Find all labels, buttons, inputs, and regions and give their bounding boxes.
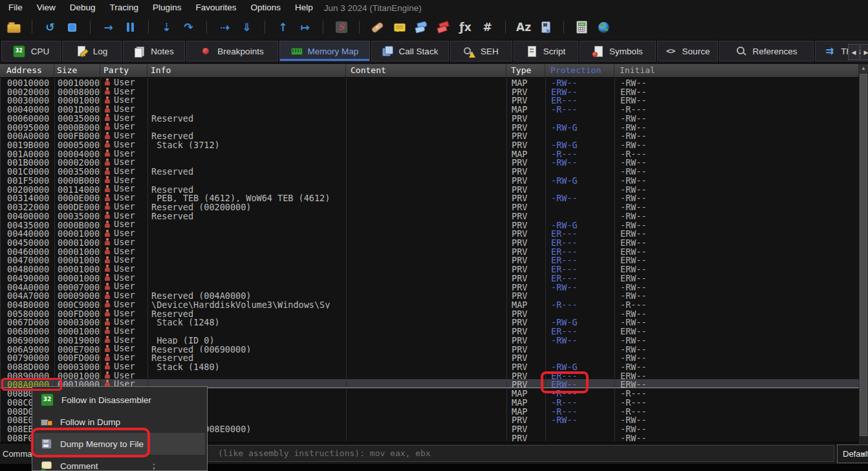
toolbar-button-attach[interactable] (538, 20, 553, 35)
toolbar-button-open-file[interactable] (6, 20, 21, 35)
tab-log[interactable]: Log (62, 41, 122, 61)
party-label: User (114, 237, 135, 246)
toolbar-button-strings[interactable]: Az (516, 20, 531, 35)
toolbar-button-pause[interactable] (123, 20, 138, 35)
tab-source[interactable]: <>Source (657, 41, 718, 61)
memory-map-row[interactable]: 0049000000001000UserPRVER---ERW-- (1, 273, 860, 282)
menubar-item-favourites[interactable]: Favourites (188, 0, 243, 16)
menu-item-comment[interactable]: Comment; (34, 455, 205, 471)
tab-memory-map[interactable]: Memory Map (279, 41, 370, 61)
column-header-content[interactable]: Content (346, 64, 506, 77)
memory-map-row[interactable]: 0040000000035000UserReservedPRV-RW-- (1, 211, 860, 220)
memory-map-row[interactable]: 004A700000009000UserReserved (004A0000)P… (1, 290, 860, 300)
memory-map-row[interactable]: 0019B00000005000User Stack (3712)PRV-RW-… (1, 140, 860, 149)
menubar-item-plugins[interactable]: Plugins (146, 0, 188, 16)
tab-notes[interactable]: Notes (123, 41, 185, 61)
toolbar-button-step-out[interactable]: ↑ (276, 20, 290, 35)
memory-map-row[interactable]: 004A000000007000UserPRV-RW---RW-- (1, 282, 860, 291)
toolbar-separator (563, 21, 564, 34)
memory-map-row[interactable]: 0048000000001000UserPRVER---ERW-- (1, 264, 860, 273)
memory-map-row[interactable]: 00580000000FD000UserReservedPRV-RW-- (1, 309, 860, 318)
vertical-scrollbar[interactable]: ▲ (859, 64, 868, 444)
memory-map-row[interactable]: 001F50000000B000UserPRV-RW-G-RW-- (1, 175, 860, 184)
memory-map-row[interactable]: 001B000000002000UserPRV-RW---RW-- (1, 157, 860, 166)
memory-map-row[interactable]: 003140000000E000User PEB, TEB (4612), Wo… (1, 193, 860, 202)
toolbar-button-step-into[interactable]: ⇣ (159, 20, 174, 35)
toolbar-button-functions[interactable]: ƒx (458, 20, 473, 35)
column-header-info[interactable]: Info (147, 64, 346, 77)
tab-call-stack[interactable]: Call Stack (371, 41, 449, 61)
column-header-initial[interactable]: Initial (614, 64, 859, 77)
menu-item-follow-in-disassembler[interactable]: 32Follow in Disassembler (34, 389, 205, 411)
memory-map-row[interactable]: 0068000000001000UserPRVER---ERW-- (1, 326, 860, 335)
toolbar-button-animate-into[interactable]: ⇢ (217, 20, 232, 35)
toolbar-button-comment[interactable] (392, 20, 407, 35)
memory-map-row[interactable]: 000A0000000FB000UserReservedPRV-RW-- (1, 131, 860, 140)
menubar-item-options[interactable]: Options (243, 0, 288, 16)
tab-breakpoints[interactable]: Breakpoints (186, 41, 278, 61)
toolbar-button-step-over[interactable]: ↷ (181, 20, 196, 35)
column-header-size[interactable]: Size (54, 64, 100, 77)
memory-map-row[interactable]: 0089000000001000UserPRVER---ERW-- (1, 371, 860, 380)
column-header-protection[interactable]: Protection (545, 64, 614, 77)
toolbar-button-bookmarks[interactable] (436, 20, 451, 35)
toolbar-button-execute-till-return[interactable]: ↦ (298, 20, 312, 35)
tab-seh[interactable]: SEH (450, 41, 512, 61)
menubar-item-help[interactable]: Help (288, 0, 320, 16)
toolbar-button-skip-exceptions[interactable]: S (334, 20, 349, 35)
memory-map-row[interactable]: 0002000000008000UserPRVERW--ERW-- (1, 87, 860, 96)
memory-map-row[interactable]: 0088D00000003000User Stack (1480)PRV-RW-… (1, 362, 860, 371)
toolbar-button-calculator[interactable] (574, 20, 589, 35)
memory-map-row[interactable]: 0069000000019000User Heap (ID 0)PRV-RW--… (1, 335, 860, 344)
column-header-type[interactable]: Type (506, 64, 545, 77)
toolbar-button-patches[interactable] (370, 20, 385, 35)
scrollbar-up-button[interactable]: ▲ (859, 64, 868, 73)
calculator-icon (576, 21, 587, 34)
memory-map-row[interactable]: 0046000000001000UserPRVER---ERW-- (1, 246, 860, 256)
memory-map-row[interactable]: 0020000000114000UserReservedPRV-RW-- (1, 184, 860, 193)
memory-map-row[interactable]: 0067D00000003000User Stack (1248)PRV-RW-… (1, 317, 860, 326)
open-file-icon (7, 24, 21, 33)
memory-map-row[interactable]: 004350000000B000UserPRV-RW-G-RW-- (1, 220, 860, 229)
address-cell: 0067D000 (1, 317, 55, 326)
memory-map-row[interactable]: 001A000000004000UserMAP-R----R--- (1, 149, 860, 158)
toolbar-button-hash[interactable]: # (480, 20, 495, 35)
menubar-item-debug[interactable]: Debug (63, 0, 103, 16)
menu-item-dump-memory-to-file[interactable]: Dump Memory to File (34, 433, 205, 455)
tab-cpu[interactable]: 32CPU (1, 41, 61, 61)
memory-map-row[interactable]: 00322000000DE000UserReserved (00200000)P… (1, 202, 860, 211)
user-person-icon (104, 300, 111, 307)
memory-map-row[interactable]: 0047000000001000UserPRVER---ERW-- (1, 255, 860, 264)
toolbar-button-stop[interactable] (65, 20, 80, 35)
memory-map-row[interactable]: 006A9000000E7000UserReserved (00690000)P… (1, 344, 860, 353)
menu-item-follow-in-dump[interactable]: Follow in Dump (34, 411, 205, 433)
tab-script[interactable]: Script (514, 41, 578, 61)
menubar-item-file[interactable]: File (1, 0, 30, 16)
protection-cell: -R--- (546, 104, 615, 113)
toolbar-button-labels[interactable] (414, 20, 429, 35)
memory-map-row[interactable]: 00790000000FD000UserReservedPRV-RW-- (1, 353, 860, 362)
menubar-item-view[interactable]: View (30, 0, 63, 16)
tab-scroll-right-button[interactable]: ▶ (860, 44, 868, 60)
column-header-address[interactable]: Address (0, 64, 54, 77)
memory-map-row[interactable]: 0006000000035000UserReservedPRV-RW-- (1, 113, 860, 122)
memory-map-row[interactable]: 0044000000001000UserPRVER---ERW-- (1, 228, 860, 237)
toolbar-button-settings-globe[interactable] (596, 20, 611, 35)
memory-map-row[interactable]: 004B0000000C9000User\Device\HarddiskVolu… (1, 300, 860, 309)
scrollbar-thumb[interactable] (860, 74, 867, 436)
tab-references[interactable]: References (719, 41, 814, 61)
memory-map-row[interactable]: 0003000000001000UserPRVER---ERW-- (1, 95, 860, 104)
menubar-item-tracing[interactable]: Tracing (103, 0, 146, 16)
memory-map-row[interactable]: 0001000000010000UserMAP-RW---RW-- (1, 78, 860, 87)
memory-map-row[interactable]: 000400000001D000UserMAP-R----R--- (1, 104, 860, 113)
memory-map-row[interactable]: 000950000000B000UserPRV-RW-G-RW-- (1, 122, 860, 131)
toolbar-button-trace-over[interactable]: ⇓ (239, 20, 254, 35)
column-header-party[interactable]: Party (100, 64, 147, 77)
tab-scroll-left-button[interactable]: ◀ (848, 44, 860, 60)
memory-map-row[interactable]: 0045000000001000UserPRVER---ERW-- (1, 237, 860, 246)
toolbar-button-run[interactable]: → (101, 20, 116, 35)
profile-dropdown[interactable]: Default ▾ (837, 444, 868, 463)
memory-map-row[interactable]: 001C000000035000UserReservedPRV-RW-- (1, 166, 860, 175)
tab-symbols[interactable]: Symbols (580, 41, 656, 61)
toolbar-button-restart[interactable]: ↺ (43, 20, 58, 35)
